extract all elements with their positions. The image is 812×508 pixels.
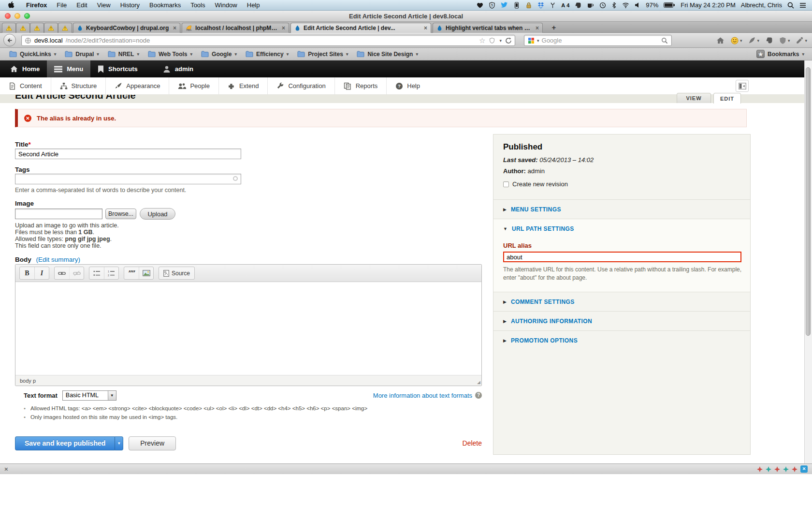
addon-status-icon[interactable] (774, 466, 780, 472)
upload-button[interactable]: Upload (140, 208, 175, 220)
menu-edit[interactable]: Edit (72, 1, 92, 9)
image-file-input[interactable] (15, 209, 102, 219)
bold-button[interactable]: B (20, 267, 34, 279)
addon-status-icon[interactable] (792, 466, 798, 472)
blockquote-button[interactable]: ”” (124, 267, 139, 279)
search-magnifier-icon[interactable] (661, 37, 668, 44)
tags-input[interactable] (15, 174, 241, 184)
pinned-tab-warning[interactable] (2, 23, 16, 33)
bookmark-folder-nice-site-design[interactable]: Nice Site Design▾ (352, 48, 422, 60)
notification-list-icon[interactable] (799, 2, 806, 8)
eyedropper-addon-button[interactable]: ▾ (796, 37, 807, 44)
link-button[interactable] (55, 267, 69, 279)
url-bar[interactable]: dev8.local/node/2/edit?destination=node … (21, 35, 515, 46)
spotlight-search-icon[interactable] (787, 2, 794, 9)
scrollbar-track[interactable] (804, 60, 812, 463)
bookmark-folder-google[interactable]: Google▾ (197, 48, 241, 60)
bookmark-folder-nrel[interactable]: NREL▾ (103, 48, 144, 60)
save-dropdown-button[interactable]: ▾ (115, 436, 123, 450)
section-comment-settings[interactable]: ▶COMMENT SETTINGS (493, 292, 750, 311)
google-search-icon[interactable] (528, 37, 535, 44)
revision-checkbox[interactable] (503, 181, 509, 187)
section-authoring-information[interactable]: ▶AUTHORING INFORMATION (493, 311, 750, 330)
close-tab-icon[interactable]: × (281, 25, 285, 31)
close-tab-icon[interactable]: × (423, 25, 427, 31)
help-question-icon[interactable]: ? (475, 392, 482, 399)
tab-edit-article[interactable]: Edit Article Second Article | dev... × (290, 23, 431, 33)
source-button[interactable]: Source (159, 267, 194, 279)
section-promotion-options[interactable]: ▶PROMOTION OPTIONS (493, 330, 750, 350)
coffee-icon[interactable] (587, 2, 594, 8)
bookmarks-menu-button[interactable]: ★ Bookmarks ▾ (756, 50, 812, 58)
bookmark-folder-drupal[interactable]: Drupal▾ (60, 48, 103, 60)
menu-help[interactable]: Help (242, 1, 265, 9)
scrollbar-thumb[interactable] (806, 67, 811, 336)
admin-menu-extend[interactable]: Extend (219, 77, 268, 94)
window-titlebar[interactable]: Edit Article Second Article | dev8.local (0, 11, 812, 22)
back-button[interactable] (3, 34, 16, 46)
italic-button[interactable]: I (34, 267, 49, 279)
addon-status-icon[interactable] (783, 466, 789, 472)
device-icon[interactable] (513, 2, 520, 9)
section-url-path-settings[interactable]: ▼URL PATH SETTINGS URL alias The alterna… (493, 219, 750, 292)
numbered-list-button[interactable]: 12 (104, 267, 118, 279)
bluetooth-icon[interactable] (611, 2, 617, 9)
bookmark-folder-project-sites[interactable]: Project Sites▾ (293, 48, 352, 60)
menubar-clock[interactable]: Fri May 24 2:20 PM (681, 1, 735, 9)
admin-menu-help[interactable]: ? Help (387, 77, 429, 94)
section-menu-settings[interactable]: ▶MENU SETTINGS (493, 199, 750, 219)
delete-link[interactable]: Delete (463, 439, 482, 447)
bulleted-list-button[interactable] (89, 267, 104, 279)
twitter-icon[interactable] (501, 2, 508, 8)
toolbar-admin-user[interactable]: admin (156, 60, 201, 77)
image-button[interactable] (139, 267, 153, 279)
bookmark-star-icon[interactable]: ☆ (479, 36, 485, 45)
tab-edit[interactable]: EDIT (713, 93, 741, 104)
url-dropdown-icon[interactable]: ▾ (499, 38, 502, 43)
shield-badge-icon[interactable]: 5 (489, 2, 495, 9)
preview-button[interactable]: Preview (129, 436, 176, 450)
pinned-tab-warning[interactable] (44, 23, 58, 33)
admin-menu-configuration[interactable]: Configuration (268, 77, 334, 94)
menu-firefox[interactable]: Firefox (21, 1, 52, 9)
bookmark-folder-web-tools[interactable]: Web Tools▾ (144, 48, 197, 60)
toolbar-shortcuts[interactable]: Shortcuts (90, 60, 145, 77)
feed-badge-icon[interactable] (489, 37, 496, 44)
editor-content-area[interactable] (15, 282, 481, 375)
new-tab-button[interactable]: + (548, 23, 560, 32)
addon-bar-close-icon[interactable]: × (4, 465, 8, 473)
text-format-select[interactable]: Basic HTML ▼ (62, 390, 116, 401)
home-button[interactable] (716, 37, 725, 44)
admin-menu-appearance[interactable]: Appearance (106, 77, 169, 94)
lock-icon[interactable] (525, 2, 532, 9)
resize-handle-icon[interactable]: ◢ (477, 380, 480, 385)
type-tool-icon[interactable]: A4 (561, 2, 569, 8)
menubar-user[interactable]: Albrecht, Chris (741, 1, 782, 9)
tab-keyboardcowboy[interactable]: KeyboardCowboy | drupal.org × (73, 23, 180, 33)
browse-button[interactable]: Browse... (105, 209, 136, 219)
addon-status-icon[interactable] (766, 466, 771, 472)
url-alias-input[interactable] (503, 252, 741, 262)
history-clock-icon[interactable] (599, 2, 606, 9)
close-tab-icon[interactable]: × (172, 25, 176, 31)
toolbar-menu[interactable]: Menu (47, 60, 90, 77)
toolbar-home[interactable]: Home (3, 60, 47, 77)
addon-app-icon[interactable]: ✕ (800, 465, 808, 473)
pinned-tab-warning[interactable] (16, 23, 30, 33)
admin-menu-reports[interactable]: Reports (335, 77, 387, 94)
feather-addon-button[interactable]: ▾ (748, 37, 759, 44)
volume-icon[interactable] (635, 2, 640, 8)
dropbox-icon[interactable] (537, 2, 544, 9)
search-engine-dropdown-icon[interactable]: ▾ (537, 38, 539, 43)
tab-highlight-vertical-tabs[interactable]: Highlight vertical tabs when the... × (433, 23, 543, 33)
admin-menu-content[interactable]: Content (0, 77, 51, 94)
element-path[interactable]: body p (20, 378, 36, 384)
shield-addon-button[interactable]: ▾ (779, 37, 790, 44)
bookmark-folder-quicklinks[interactable]: QuickLinks▾ (5, 48, 60, 60)
menu-view[interactable]: View (92, 1, 116, 9)
apple-menu-icon[interactable] (0, 1, 21, 9)
unlink-button[interactable] (69, 267, 84, 279)
menu-tools[interactable]: Tools (186, 1, 210, 9)
reload-icon[interactable] (505, 37, 512, 44)
admin-menu-structure[interactable]: Structure (51, 77, 106, 94)
